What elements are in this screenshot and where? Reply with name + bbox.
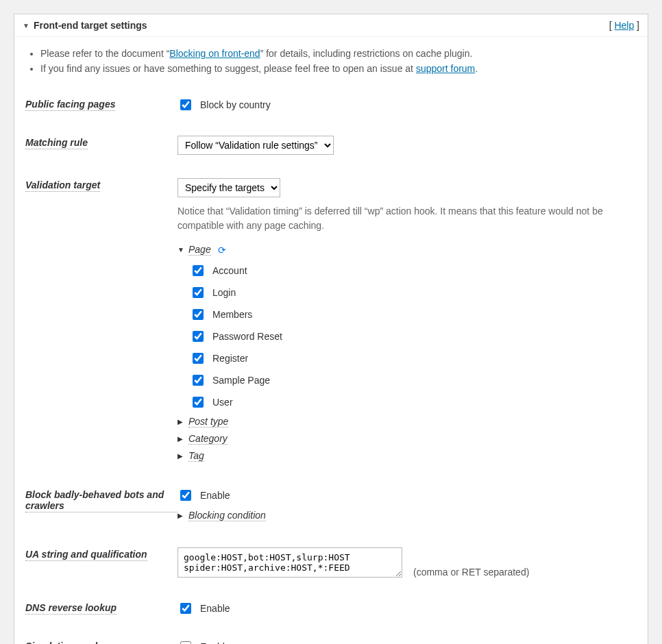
page-item[interactable]: Account xyxy=(190,260,637,282)
panel-title[interactable]: ▼ Front-end target settings xyxy=(23,20,147,31)
row-ua-string: UA string and qualification (comma or RE… xyxy=(25,547,637,578)
caret-right-icon: ▶ xyxy=(177,418,184,425)
caret-right-icon: ▶ xyxy=(177,435,184,443)
tree-node-category[interactable]: ▶ Category xyxy=(177,430,637,447)
tree-node-tag[interactable]: ▶ Tag xyxy=(177,447,637,465)
page-item[interactable]: Members xyxy=(190,304,637,325)
row-dns-lookup: DNS reverse lookup Enable xyxy=(25,601,637,616)
label-ua-string: UA string and qualification xyxy=(25,549,147,561)
caret-down-icon: ▼ xyxy=(177,246,184,253)
collapse-icon: ▼ xyxy=(23,22,29,29)
label-dns-lookup: DNS reverse lookup xyxy=(25,602,117,615)
row-matching-rule: Matching rule Follow “Validation rule se… xyxy=(25,136,637,155)
page-item[interactable]: Login xyxy=(190,282,637,304)
simulation-input[interactable] xyxy=(180,641,191,644)
help-link-wrap: [ Help ] xyxy=(609,20,639,31)
label-matching-rule: Matching rule xyxy=(25,137,88,149)
block-by-country-input[interactable] xyxy=(180,99,191,110)
tree-node-blocking-condition[interactable]: ▶ Blocking condition xyxy=(177,507,637,524)
block-bots-checkbox[interactable]: Enable xyxy=(177,488,637,503)
intro-text: Please refer to the document “Blocking o… xyxy=(25,48,637,74)
refresh-icon[interactable]: ⟳ xyxy=(218,245,226,256)
intro-line-2: If you find any issues or have something… xyxy=(40,63,637,74)
page-item[interactable]: Sample Page xyxy=(190,369,637,391)
page-item[interactable]: Register xyxy=(190,347,637,369)
tree-node-page[interactable]: ▼ Page ⟳ xyxy=(177,241,637,258)
label-public-pages: Public facing pages xyxy=(25,99,115,111)
page-item[interactable]: Password Reset xyxy=(190,325,637,347)
panel-header: ▼ Front-end target settings [ Help ] xyxy=(14,14,648,37)
panel-body: Please refer to the document “Blocking o… xyxy=(14,37,648,644)
settings-panel: ▼ Front-end target settings [ Help ] Ple… xyxy=(14,14,648,644)
doc-link[interactable]: Blocking on front-end xyxy=(169,48,260,59)
label-validation-target: Validation target xyxy=(25,179,100,192)
tree-node-post-type[interactable]: ▶ Post type xyxy=(177,413,637,430)
panel-title-text: Front-end target settings xyxy=(34,20,147,31)
dns-lookup-input[interactable] xyxy=(180,603,191,614)
caret-right-icon: ▶ xyxy=(177,512,184,519)
intro-line-1: Please refer to the document “Blocking o… xyxy=(40,48,637,59)
validation-target-desc: Notice that “Validation timing” is defer… xyxy=(177,204,616,233)
row-validation-target: Validation target Specify the targets No… xyxy=(25,178,637,465)
block-bots-input[interactable] xyxy=(180,490,191,501)
ua-hint: (comma or RET separated) xyxy=(413,567,529,578)
help-link[interactable]: Help xyxy=(614,20,634,31)
label-block-bots: Block badly-behaved bots and crawlers xyxy=(25,489,177,512)
row-simulation: Simulation mode Enable xyxy=(25,639,637,644)
validation-target-select[interactable]: Specify the targets xyxy=(177,178,280,197)
ua-string-textarea[interactable] xyxy=(177,547,402,578)
matching-rule-select[interactable]: Follow “Validation rule settings” xyxy=(177,136,334,155)
target-tree: ▼ Page ⟳ Account Login Members Password … xyxy=(177,241,637,465)
dns-lookup-checkbox[interactable]: Enable xyxy=(177,601,637,616)
forum-link[interactable]: support forum xyxy=(416,63,475,74)
page-item[interactable]: User xyxy=(190,391,637,413)
caret-right-icon: ▶ xyxy=(177,452,184,460)
row-block-bots: Block badly-behaved bots and crawlers En… xyxy=(25,488,637,524)
label-simulation: Simulation mode xyxy=(25,641,103,644)
simulation-checkbox[interactable]: Enable xyxy=(177,639,637,644)
row-public-pages: Public facing pages Block by country xyxy=(25,97,637,112)
page-children: Account Login Members Password Reset Reg… xyxy=(190,260,637,413)
block-by-country-checkbox[interactable]: Block by country xyxy=(177,97,637,112)
